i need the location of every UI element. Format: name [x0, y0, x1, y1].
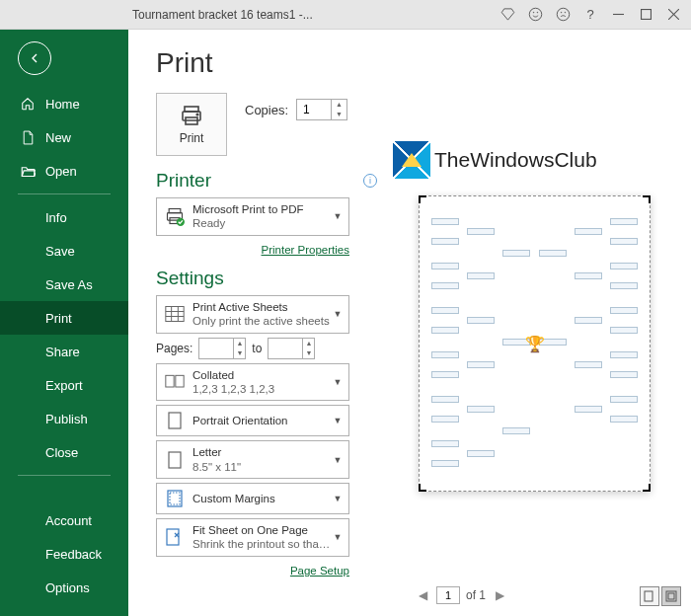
svg-rect-23 — [166, 375, 174, 387]
printer-section-title: Printer i — [156, 170, 381, 192]
divider — [18, 475, 111, 476]
sidebar-item-print[interactable]: Print — [0, 301, 128, 335]
chevron-down-icon: ▼ — [331, 377, 345, 387]
window-title: Tournament bracket 16 teams1 -... — [132, 8, 313, 22]
svg-point-5 — [565, 12, 566, 13]
chevron-down-icon: ▼ — [331, 211, 345, 221]
back-button[interactable] — [18, 41, 51, 75]
copies-input[interactable] — [297, 103, 331, 116]
spin-down-icon[interactable]: ▼ — [332, 110, 346, 119]
print-preview: TheWindowsClub — [391, 47, 683, 608]
sidebar-label: Export — [45, 378, 83, 393]
sidebar-label: Save — [45, 244, 75, 259]
printer-name: Microsoft Print to PDF — [192, 202, 331, 216]
svg-rect-30 — [645, 591, 653, 601]
collation-dropdown[interactable]: Collated1,2,3 1,2,3 1,2,3 ▼ — [156, 363, 349, 402]
chevron-down-icon: ▼ — [331, 532, 345, 542]
sidebar-item-info[interactable]: Info — [0, 200, 128, 234]
margins-icon — [163, 490, 187, 507]
show-margins-button[interactable] — [661, 586, 681, 606]
printer-dropdown[interactable]: Microsoft Print to PDFReady ▼ — [156, 197, 349, 236]
minimize-button[interactable] — [604, 1, 632, 29]
sidebar-item-options[interactable]: Options — [0, 571, 128, 604]
info-icon[interactable]: i — [363, 174, 377, 188]
sidebar-label: Feedback — [45, 547, 102, 562]
printer-ready-icon — [163, 206, 187, 226]
sidebar-item-save[interactable]: Save — [0, 234, 128, 268]
page-setup-link[interactable]: Page Setup — [290, 565, 349, 577]
sidebar-item-open[interactable]: Open — [0, 154, 128, 188]
svg-point-3 — [557, 8, 570, 21]
copies-spinbox[interactable]: ▲▼ — [296, 99, 347, 120]
premium-icon[interactable] — [494, 1, 521, 29]
zoom-to-page-button[interactable] — [640, 586, 659, 606]
open-icon — [20, 165, 36, 178]
sidebar-label: Options — [45, 580, 90, 595]
sidebar-label: Open — [45, 164, 77, 179]
print-button-label: Print — [180, 131, 204, 145]
svg-point-13 — [196, 114, 198, 116]
watermark-text: TheWindowsClub — [434, 148, 597, 172]
sidebar-item-new[interactable]: New — [0, 120, 128, 154]
sidebar-label: Print — [45, 311, 72, 326]
svg-rect-7 — [641, 10, 651, 20]
sidebar-item-publish[interactable]: Publish — [0, 402, 128, 435]
svg-point-2 — [537, 12, 538, 13]
sidebar-label: Account — [45, 513, 92, 528]
sheet-icon — [163, 305, 187, 323]
scaling-dropdown[interactable]: Fit Sheet on One PageShrink the printout… — [156, 518, 349, 557]
sidebar-item-close[interactable]: Close — [0, 435, 128, 469]
svg-point-0 — [529, 8, 542, 21]
sidebar-label: Publish — [45, 412, 88, 426]
scaling-icon — [163, 528, 187, 546]
sidebar-item-home[interactable]: Home — [0, 87, 128, 120]
sidebar-item-share[interactable]: Share — [0, 335, 128, 368]
pages-label: Pages: — [156, 342, 192, 355]
to-label: to — [252, 342, 262, 355]
print-button[interactable]: Print — [156, 93, 227, 156]
maximize-button[interactable] — [632, 1, 659, 29]
home-icon — [20, 97, 36, 111]
close-button[interactable] — [659, 1, 687, 29]
page-of-label: of 1 — [466, 588, 486, 602]
current-page-input[interactable] — [436, 586, 460, 604]
bracket-content: 🏆 — [431, 208, 638, 479]
backstage-sidebar: Home New Open Info Save Save As Print Sh… — [0, 30, 128, 616]
svg-point-4 — [561, 12, 562, 13]
sidebar-label: Share — [45, 345, 80, 359]
printer-properties-link[interactable]: Printer Properties — [262, 244, 349, 256]
trophy-icon: 🏆 — [525, 335, 545, 353]
print-what-dropdown[interactable]: Print Active SheetsOnly print the active… — [156, 295, 349, 334]
help-icon[interactable]: ? — [576, 1, 604, 29]
svg-rect-32 — [668, 593, 674, 599]
printer-icon — [179, 104, 204, 127]
chevron-down-icon: ▼ — [331, 416, 345, 425]
chevron-down-icon: ▼ — [331, 455, 345, 465]
pages-from-spinbox[interactable]: ▲▼ — [198, 338, 246, 359]
chevron-down-icon: ▼ — [331, 309, 345, 319]
spin-up-icon[interactable]: ▲ — [332, 100, 346, 110]
svg-rect-28 — [170, 493, 180, 504]
sidebar-item-account[interactable]: Account — [0, 503, 128, 537]
watermark: TheWindowsClub — [393, 141, 597, 179]
smile-icon[interactable] — [521, 1, 549, 29]
paper-size-dropdown[interactable]: Letter8.5" x 11" ▼ — [156, 440, 349, 479]
copies-label: Copies: — [245, 103, 288, 117]
chevron-down-icon: ▼ — [331, 494, 345, 503]
title-bar: Tournament bracket 16 teams1 -... ? — [0, 0, 691, 30]
frown-icon[interactable] — [549, 1, 576, 29]
sidebar-label: Close — [45, 445, 78, 460]
pages-to-spinbox[interactable]: ▲▼ — [268, 338, 315, 359]
prev-page-button[interactable]: ◀ — [415, 587, 430, 603]
svg-rect-25 — [169, 413, 181, 428]
sidebar-item-feedback[interactable]: Feedback — [0, 537, 128, 571]
next-page-button[interactable]: ▶ — [492, 587, 507, 603]
orientation-dropdown[interactable]: Portrait Orientation ▼ — [156, 405, 349, 436]
sidebar-label: Home — [45, 97, 80, 112]
margins-dropdown[interactable]: Custom Margins ▼ — [156, 483, 349, 514]
sidebar-item-export[interactable]: Export — [0, 368, 128, 402]
sidebar-label: Save As — [45, 277, 93, 292]
sidebar-item-saveas[interactable]: Save As — [0, 268, 128, 301]
svg-rect-14 — [169, 209, 181, 213]
portrait-icon — [163, 412, 187, 429]
